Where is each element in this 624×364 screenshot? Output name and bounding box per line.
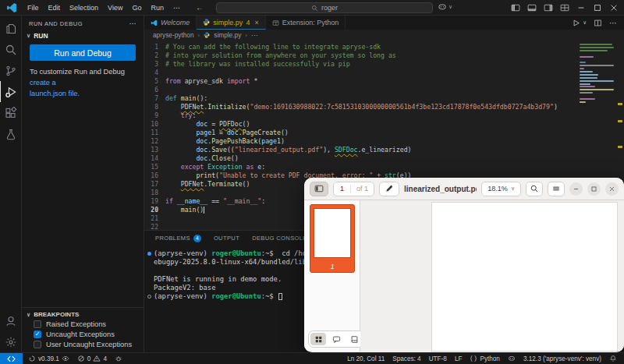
activity-item-extensions[interactable] [0, 102, 21, 123]
notifications[interactable] [605, 355, 621, 362]
activity-item-testing[interactable] [0, 123, 21, 144]
pdf-canvas[interactable] [360, 200, 624, 352]
minimap-line [580, 86, 595, 87]
grid-icon [314, 335, 323, 344]
code-token [165, 180, 181, 189]
extension-version[interactable]: v0.39.1 [24, 353, 73, 364]
minimap-line [580, 98, 595, 100]
status-bar: v0.39.104 Ln 20, Col 11Spaces: 4UTF-8LFP… [0, 352, 624, 364]
code-token: main [181, 94, 197, 103]
activity-item-settings[interactable] [0, 331, 21, 352]
panel-tab-label: OUTPUT [214, 235, 239, 242]
pdf-page-input[interactable]: 1 [334, 185, 351, 193]
activity-item-search[interactable] [0, 39, 21, 60]
warning-marker [618, 120, 622, 122]
toggle-secondary-sidebar-icon[interactable] [544, 3, 553, 12]
menu-view[interactable]: View [103, 4, 127, 12]
pdf-sidebar-toggle-button[interactable] [310, 182, 328, 196]
terminal-text: roger@Ubuntu [211, 292, 261, 301]
language-mode[interactable]: Python [466, 355, 504, 362]
close-icon[interactable] [609, 3, 619, 12]
chat-bubble-icon [332, 335, 341, 344]
command-center-search[interactable]: roger [216, 2, 433, 13]
braces-icon [470, 355, 477, 362]
menu-selection[interactable]: Selection [65, 4, 103, 12]
run-python-file-icon[interactable] [572, 19, 580, 27]
minimize-icon[interactable] [576, 3, 586, 12]
breakpoint-checkbox[interactable] [34, 320, 41, 328]
menu-edit[interactable]: Edit [44, 4, 66, 12]
code-token [165, 171, 196, 180]
tab-simple-py[interactable]: simple.py4× [197, 16, 265, 30]
code-token: doc [196, 146, 207, 154]
pdf-window-title: linearized_output.pdf [404, 185, 477, 193]
run-dropdown-icon[interactable]: ∨ [583, 19, 587, 26]
breakpoint-checkbox[interactable]: ✓ [34, 330, 41, 338]
run-and-debug-button[interactable]: Run and Debug [30, 44, 136, 61]
toggle-panel-icon[interactable] [527, 3, 537, 12]
indentation[interactable]: Spaces: 4 [388, 355, 424, 362]
pdf-page-thumbnail[interactable]: 1 [310, 204, 355, 273]
launch-json-file-link[interactable]: launch.json file. [30, 90, 80, 97]
code-token: page1 [196, 129, 215, 137]
pdf-menu-button[interactable] [548, 182, 565, 196]
copilot-menu-button[interactable]: ∨ [438, 2, 452, 12]
code-token: Terminate [207, 180, 242, 189]
pdf-minimize-button[interactable] [569, 182, 583, 196]
source-control-icon [5, 65, 17, 77]
tab-welcome[interactable]: Welcome [144, 16, 197, 30]
pdf-search-button[interactable] [526, 182, 543, 196]
maximize-icon[interactable] [593, 3, 602, 12]
pdf-maximize-button[interactable] [587, 182, 601, 196]
more-actions-icon[interactable]: ⋯ [129, 19, 137, 27]
panel-tab-debug-console[interactable]: DEBUG CONSOLE [246, 231, 314, 246]
breadcrumb-item[interactable]: apryse-python [153, 31, 194, 39]
breadcrumb-item[interactable]: ⋯ [251, 31, 257, 39]
back-icon[interactable]: ← [196, 3, 204, 12]
remote-indicator[interactable] [0, 353, 23, 364]
activity-item-explorer[interactable] [0, 18, 21, 39]
activity-item-run-and-debug[interactable] [0, 81, 21, 102]
breakpoint-label: Uncaught Exceptions [46, 330, 115, 338]
tab-file-icon [203, 19, 210, 26]
pdf-annotate-button[interactable] [379, 182, 399, 196]
toggle-sidebar-icon[interactable] [511, 3, 520, 12]
minimap-line [580, 80, 614, 82]
tab-extension-python[interactable]: Extension: Python [266, 16, 346, 30]
minimap[interactable] [580, 44, 615, 111]
customize-layout-icon[interactable] [560, 3, 569, 12]
cursor-position[interactable]: Ln 20, Col 11 [343, 355, 388, 362]
sidebar-header: RUN AND DEBUG ⋯ [22, 16, 144, 31]
create-launch-json-link[interactable]: create a [30, 79, 56, 87]
pdf-zoom-control[interactable]: 18.1% ∨ [481, 182, 521, 196]
search-icon [530, 184, 539, 193]
menu-[interactable]: ⋯ [168, 4, 185, 12]
panel-tab-problems[interactable]: PROBLEMS4 [149, 231, 207, 246]
encoding[interactable]: UTF-8 [425, 355, 451, 362]
split-editor-icon[interactable] [594, 19, 602, 27]
activity-item-account[interactable] [0, 310, 21, 331]
more-actions-icon[interactable]: ⋯ [609, 19, 617, 27]
menu-run[interactable]: Run [146, 4, 168, 12]
copilot-status[interactable] [504, 355, 519, 362]
breakpoint-checkbox[interactable] [34, 341, 41, 348]
close-icon[interactable]: × [254, 19, 258, 27]
panel-tab-output[interactable]: OUTPUT [207, 231, 246, 246]
breakpoint-row: User Uncaught Exceptions [22, 339, 144, 349]
pdf-close-button[interactable] [605, 182, 619, 196]
run-section-header[interactable]: ∨ RUN [22, 31, 144, 41]
breadcrumb[interactable]: apryse-python›simple.py›⋯ [144, 30, 624, 41]
annotations-view-button[interactable] [328, 333, 344, 345]
problems-summary[interactable]: 04 [73, 353, 111, 364]
ports-indicator[interactable] [111, 353, 126, 364]
menu-go[interactable]: Go [127, 4, 146, 12]
python-interpreter[interactable]: 3.12.3 ('apryse-venv': venv) [519, 355, 605, 362]
breakpoint-row: ✓Uncaught Exceptions [22, 329, 144, 339]
activity-item-source-control[interactable] [0, 60, 21, 81]
menu-file[interactable]: File [23, 4, 44, 12]
breakpoints-header[interactable]: ∨ BREAKPOINTS [22, 310, 144, 319]
outline-view-button[interactable] [346, 333, 362, 345]
thumbnails-view-button[interactable] [310, 333, 326, 345]
breadcrumb-item[interactable]: simple.py [214, 31, 241, 39]
eol[interactable]: LF [451, 355, 466, 362]
